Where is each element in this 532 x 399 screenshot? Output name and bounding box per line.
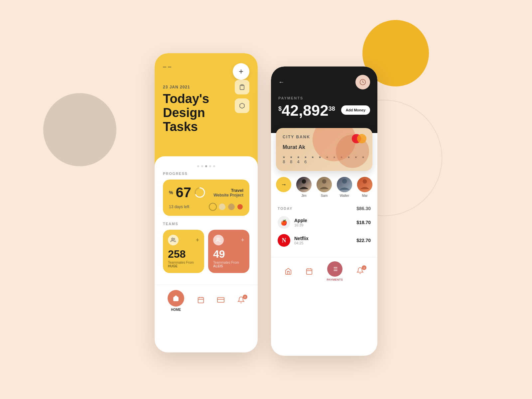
svg-rect-5 xyxy=(198,298,204,303)
progress-avatars xyxy=(209,203,243,211)
contact-jim[interactable]: Jim xyxy=(296,177,312,198)
contacts-arrow-button[interactable]: → xyxy=(276,177,291,192)
bell-icon-wrapper: 2 xyxy=(237,296,245,305)
pay-calendar-icon xyxy=(306,268,313,275)
svg-rect-18 xyxy=(357,177,372,192)
netflix-time: 04:25 xyxy=(294,241,309,245)
svg-point-4 xyxy=(217,238,218,240)
contact-name-jim: Jim xyxy=(301,194,307,198)
payments-bottom-nav: PAYMENTS 2 xyxy=(271,257,377,286)
back-button[interactable]: ← xyxy=(278,79,284,86)
contacts-row: → Jim xyxy=(276,177,372,198)
progress-ring xyxy=(194,187,206,199)
nav-bell[interactable]: 2 xyxy=(237,296,245,305)
tasks-body: PROGRESS % 67 Travel xyxy=(155,156,258,285)
pay-nav-calendar[interactable] xyxy=(306,268,313,275)
project-name: Travel xyxy=(213,188,243,193)
team-count-huge: 258 xyxy=(168,249,199,259)
project-sub: Website Project xyxy=(213,193,243,198)
tasks-header: – – + 23 JAN 2021 Today's Design Tasks xyxy=(155,53,258,166)
cube-icon-btn[interactable] xyxy=(235,98,249,113)
dots-indicator xyxy=(161,161,251,170)
avatar-3 xyxy=(227,203,235,211)
add-button[interactable]: + xyxy=(233,63,249,80)
tasks-bottom-nav: HOME xyxy=(155,285,258,317)
contact-mar[interactable]: Mar xyxy=(357,177,372,198)
svg-point-15 xyxy=(322,179,327,184)
dot-5 xyxy=(213,165,215,167)
contact-sam[interactable]: Sam xyxy=(317,177,332,198)
team-icon-aleis xyxy=(213,235,224,245)
contact-name-mar: Mar xyxy=(362,194,367,198)
pay-bell-badge: 2 xyxy=(362,265,366,270)
right-icons xyxy=(235,80,249,113)
calendar-icon xyxy=(197,296,204,305)
netflix-amount: $22.70 xyxy=(356,238,371,243)
add-money-button[interactable]: Add Money xyxy=(341,105,370,115)
pay-nav-home[interactable] xyxy=(285,268,292,275)
card-icon xyxy=(217,296,224,305)
phone-tasks: – – + 23 JAN 2021 Today's Design Tasks xyxy=(155,53,258,352)
dollar-sign: $ xyxy=(278,105,282,112)
percent-symbol: % xyxy=(169,190,173,195)
apple-icon: 🍎 xyxy=(278,216,290,229)
netflix-icon: N xyxy=(278,234,290,247)
tasks-header-top: – – + xyxy=(163,63,249,80)
clock-button[interactable] xyxy=(355,75,370,89)
dot-1 xyxy=(197,165,199,167)
payments-nav-icon xyxy=(327,261,342,277)
menu-icon[interactable]: – – xyxy=(163,63,171,70)
dot-3 xyxy=(205,165,207,167)
contact-walter[interactable]: Walter xyxy=(337,177,352,198)
contacts-section: → Jim xyxy=(271,171,377,201)
amount-integer: 42,892 xyxy=(282,103,329,118)
team-add-aleis[interactable]: + xyxy=(241,237,244,244)
team-desc-aleis: Teammates From ALEIS xyxy=(213,261,244,268)
phone-payments: ← PAYMENTS $ 42,892 38 Add Money xyxy=(271,66,377,356)
team-card-aleis: + 49 Teammates From ALEIS xyxy=(208,230,249,273)
contact-avatar-sam xyxy=(317,177,332,192)
svg-point-17 xyxy=(342,179,347,184)
transaction-netflix: N Netflix 04:25 $22.70 xyxy=(278,234,371,247)
svg-rect-9 xyxy=(217,298,224,303)
svg-rect-0 xyxy=(241,85,243,86)
contact-avatar-walter xyxy=(337,177,352,192)
payments-section-label: PAYMENTS xyxy=(278,96,370,100)
clipboard-icon-btn[interactable] xyxy=(235,80,249,94)
credit-card: CITY BANK Murat Ak ★ ★ ★ ★ ★ ★ ★ ★ ★ ★ ★… xyxy=(276,128,372,171)
home-label: HOME xyxy=(171,308,181,312)
svg-point-19 xyxy=(363,179,367,184)
teams-grid: + 258 Teammates From HUGE xyxy=(163,230,249,273)
avatar-2 xyxy=(218,203,226,211)
netflix-name: Netflix xyxy=(294,236,309,241)
svg-rect-12 xyxy=(296,177,312,192)
pay-nav-bell[interactable]: 2 xyxy=(356,267,364,276)
team-add-huge[interactable]: + xyxy=(196,237,199,244)
pay-nav-payments[interactable]: PAYMENTS xyxy=(327,261,343,281)
teams-section-title: TEAMS xyxy=(163,222,249,226)
bell-badge: 2 xyxy=(243,295,247,299)
amount-cents: 38 xyxy=(329,105,335,112)
svg-rect-20 xyxy=(307,269,312,275)
payments-nav-label: PAYMENTS xyxy=(327,278,343,281)
phones-container: – – + 23 JAN 2021 Today's Design Tasks xyxy=(155,53,377,356)
mc-orange-circle xyxy=(357,134,366,143)
nav-home[interactable]: HOME xyxy=(168,290,184,312)
mastercard-logo xyxy=(352,134,366,143)
percent-number: 67 xyxy=(176,186,191,200)
avatar-1 xyxy=(209,203,217,211)
progress-percent: % 67 xyxy=(169,186,206,200)
today-label: TODAY xyxy=(278,206,293,210)
nav-calendar[interactable] xyxy=(197,296,204,305)
contact-avatar-jim xyxy=(296,177,312,192)
svg-point-3 xyxy=(172,238,173,240)
transactions-section: TODAY $86.30 🍎 Apple 16:39 $18.70 N xyxy=(271,201,377,257)
dot-2 xyxy=(201,165,203,167)
nav-card[interactable] xyxy=(217,296,224,305)
contact-name-walter: Walter xyxy=(340,194,349,198)
pay-home-icon xyxy=(285,268,292,275)
bg-circle-gray xyxy=(43,93,116,166)
contact-name-sam: Sam xyxy=(321,194,328,198)
apple-time: 16:39 xyxy=(294,223,307,227)
svg-rect-14 xyxy=(317,177,332,192)
